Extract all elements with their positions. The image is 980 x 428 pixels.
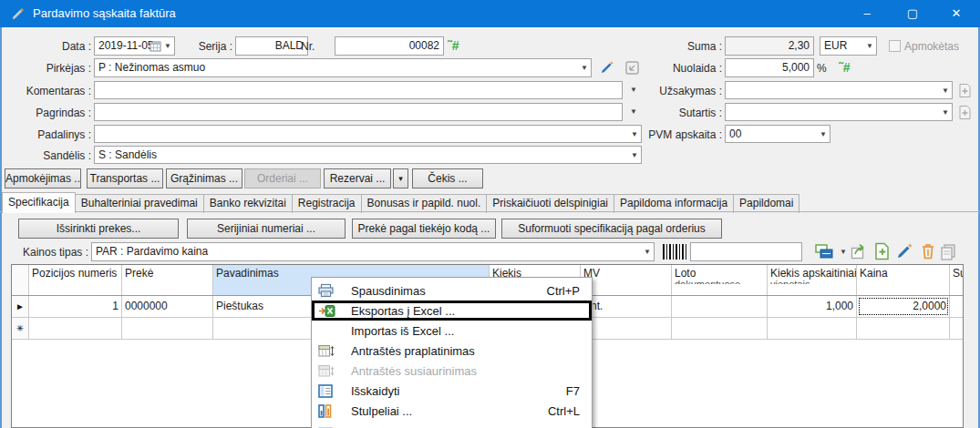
barcode-input[interactable] xyxy=(690,242,802,261)
add-order-icon[interactable] xyxy=(955,80,974,100)
grid-cell[interactable]: 1 xyxy=(29,296,122,317)
menu-item-importas-iš-excel[interactable]: Importas iš Excel ... xyxy=(312,321,592,341)
pencil-title-icon xyxy=(10,5,27,25)
tab-3[interactable]: Banko rekvizitai xyxy=(203,194,293,213)
basis-label: Pagrindas : xyxy=(5,104,91,122)
action-button-6[interactable]: Čekis ... xyxy=(412,168,483,189)
action-button-5[interactable]: Rezervai ... xyxy=(324,168,391,189)
barcode-icon xyxy=(663,244,688,260)
chevron-down-icon[interactable]: ▼ xyxy=(164,37,171,55)
grid-column-header-label: Kiekis apskaitiniais xyxy=(770,267,857,280)
spec-button-1[interactable]: Išsirinkti prekes... xyxy=(18,219,179,239)
tab-1[interactable]: Specifikacija xyxy=(2,192,76,213)
buyer-value: P : Nežinomas asmuo xyxy=(98,61,205,74)
menu-item-antraštės-praplatinimas[interactable]: Antraštės praplatinimas xyxy=(312,341,592,361)
currency-combobox[interactable]: EUR ▼ xyxy=(820,36,877,56)
grid-cell[interactable] xyxy=(672,318,768,339)
tab-5[interactable]: Bonusas ir papild. nuol. xyxy=(361,194,488,213)
edit-buyer-pencil-icon[interactable] xyxy=(598,57,618,77)
tab-4[interactable]: Registracija xyxy=(292,194,362,213)
grid-cell[interactable] xyxy=(672,296,768,317)
grid-column-header[interactable]: Kiekis apskaitiniaisvienetais xyxy=(768,265,857,295)
generate-discount-icon[interactable]: ˜# xyxy=(839,58,850,76)
grid-cell[interactable]: 1,000 xyxy=(768,296,857,317)
maximize-button[interactable]: ▢ xyxy=(897,0,928,27)
menu-item-stulpeliai[interactable]: Stulpeliai ...Ctrl+L xyxy=(312,401,592,421)
chevron-down-icon[interactable]: ▼ xyxy=(942,104,949,120)
chevron-down-icon[interactable]: ▼ xyxy=(820,126,827,142)
grid-column-header-label: Kaina xyxy=(860,267,888,280)
spec-button-3[interactable]: Prekė pagal tiekėjo kodą ... xyxy=(352,219,496,239)
warehouse-combobox[interactable]: S : Sandėlis ▼ xyxy=(94,146,642,164)
grid-cell[interactable] xyxy=(857,318,950,339)
order-label: Užsakymas : xyxy=(631,82,722,100)
grid-cell[interactable] xyxy=(950,296,964,317)
spec-button-2[interactable]: Serijiniai numeriai ... xyxy=(187,219,346,239)
grid-column-header[interactable]: Pozicijos numeris xyxy=(29,265,122,295)
tab-2[interactable]: Buhalteriniai pravedimai xyxy=(75,194,204,213)
grid-header-corner[interactable] xyxy=(12,265,29,295)
order-combobox[interactable]: ▼ xyxy=(725,81,953,99)
number-input[interactable]: 00082 xyxy=(335,36,444,56)
tab-8[interactable]: Papildomai xyxy=(733,194,799,213)
currency-value: EUR xyxy=(824,39,847,52)
percent-suffix: % xyxy=(817,59,830,77)
delete-row-trash-icon[interactable] xyxy=(918,241,938,261)
grid-column-header[interactable]: Kaina xyxy=(857,265,950,295)
chevron-down-icon[interactable]: ▼ xyxy=(581,59,588,76)
generate-number-icon[interactable]: ˜# xyxy=(448,36,459,55)
chevron-down-icon[interactable]: ▼ xyxy=(942,82,949,98)
add-row-icon[interactable] xyxy=(872,241,892,261)
action-button-4: Orderiai ... xyxy=(244,168,321,189)
price-type-combobox[interactable]: PAR : Pardavimo kaina ▼ xyxy=(91,242,655,261)
column-layout-dropdown-icon[interactable]: ▼ xyxy=(837,243,850,261)
minimize-button[interactable]: – xyxy=(851,0,882,27)
menu-item-partial[interactable] xyxy=(312,421,592,428)
date-input[interactable]: 2019-11-05 ▼ xyxy=(94,36,175,56)
action-button-2[interactable]: Transportas ... xyxy=(87,168,163,189)
add-contract-icon[interactable] xyxy=(955,102,974,122)
grid-cell[interactable] xyxy=(768,318,857,339)
grid-column-header[interactable]: MV xyxy=(581,265,672,295)
menu-item-antraštės-susiaurinimas[interactable]: Antraštės susiaurinimas xyxy=(312,361,592,381)
grid-cell[interactable] xyxy=(29,318,122,339)
grid-cell[interactable] xyxy=(122,318,213,339)
action-button-3[interactable]: Grąžinimas ... xyxy=(166,168,242,189)
department-combobox[interactable]: ▼ xyxy=(94,125,642,143)
grid-cell[interactable]: 2,0000 xyxy=(857,296,950,317)
basis-input[interactable] xyxy=(94,103,623,121)
grid-cell[interactable]: Vnt. xyxy=(581,296,672,317)
tab-6[interactable]: Priskaičiuoti delspinigiai xyxy=(486,194,614,213)
edit-row-pencil-icon[interactable] xyxy=(895,241,915,261)
grid-column-header[interactable]: Prekė xyxy=(122,265,213,295)
menu-item-label: Eksportas į Excel ... xyxy=(351,304,580,318)
action-button-1[interactable]: Apmokėjimas ... xyxy=(5,168,81,189)
menu-item-eksportas-į-excel[interactable]: Eksportas į Excel ... xyxy=(312,301,592,321)
paid-checkbox[interactable] xyxy=(889,40,901,52)
buyer-combobox[interactable]: P : Nežinomas asmuo ▼ xyxy=(94,58,592,77)
grid-column-header[interactable]: Lotodokumentuose xyxy=(672,265,768,295)
grid-cell[interactable] xyxy=(581,318,672,339)
grid-cell[interactable]: 0000000 xyxy=(122,296,213,317)
contract-combobox[interactable]: ▼ xyxy=(725,103,953,121)
grid-column-header[interactable]: Suma xyxy=(950,265,964,295)
action-button-5-dropdown[interactable]: ▾ xyxy=(393,168,408,189)
vat-accounting-combobox[interactable]: 00 ▼ xyxy=(725,125,830,143)
chevron-down-icon[interactable]: ▼ xyxy=(644,243,651,260)
tab-7[interactable]: Papildoma informacija xyxy=(614,194,734,213)
comment-input[interactable] xyxy=(94,81,623,99)
series-input[interactable]: BALD xyxy=(235,36,308,56)
chevron-down-icon[interactable]: ▼ xyxy=(866,37,873,55)
grid-cell[interactable] xyxy=(950,318,964,339)
menu-item-išskaidyti[interactable]: IšskaidytiF7 xyxy=(312,381,592,401)
chevron-down-icon[interactable]: ▼ xyxy=(631,147,638,163)
column-layout-icon[interactable] xyxy=(813,241,837,261)
discount-input[interactable]: 5,000 xyxy=(725,58,814,77)
calendar-icon[interactable] xyxy=(150,40,161,56)
spec-button-4[interactable]: Suformuoti specifikaciją pagal orderius xyxy=(501,219,722,239)
export-share-icon[interactable] xyxy=(850,241,870,261)
current-row-marker-icon: ► xyxy=(12,296,29,317)
department-label: Padalinys : xyxy=(5,126,91,144)
menu-item-spausdinimas[interactable]: SpausdinimasCtrl+P xyxy=(312,280,592,301)
close-button[interactable]: ✕ xyxy=(941,0,972,27)
